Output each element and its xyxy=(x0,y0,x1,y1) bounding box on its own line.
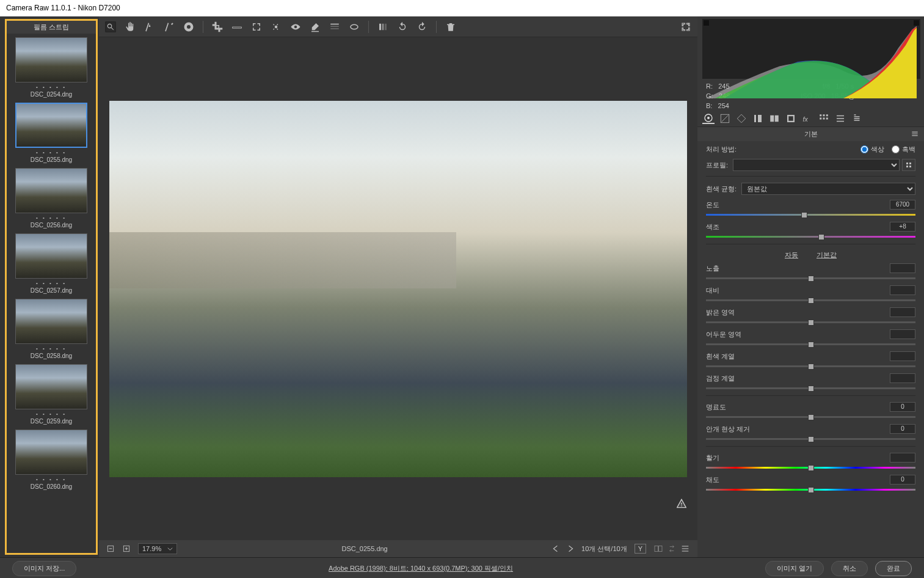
rotate-ccw-icon[interactable] xyxy=(397,21,408,32)
open-image-button[interactable]: 이미지 열기 xyxy=(765,561,824,576)
swap-icon[interactable] xyxy=(667,544,677,554)
wb-select[interactable]: 원본값 xyxy=(741,183,915,195)
highlights-value[interactable] xyxy=(890,307,915,317)
dehaze-slider[interactable] xyxy=(706,436,915,441)
slider-handle[interactable] xyxy=(808,320,814,326)
vibrance-value[interactable] xyxy=(890,453,915,463)
temp-slider[interactable] xyxy=(706,212,915,217)
slider-handle[interactable] xyxy=(808,364,814,370)
thumbnail[interactable]: • • • • • DSC_0255.dng xyxy=(7,99,96,164)
thumbnail[interactable]: • • • • • DSC_0260.dng xyxy=(7,426,96,491)
thumbnail[interactable]: • • • • • DSC_0259.dng xyxy=(7,360,96,426)
profile-browse-button[interactable] xyxy=(902,159,915,171)
thumbnail[interactable]: • • • • • DSC_0254.dng xyxy=(7,34,96,99)
slider-handle[interactable] xyxy=(808,342,814,348)
redeye-tool-icon[interactable] xyxy=(290,21,301,32)
slider-handle[interactable] xyxy=(808,298,814,304)
hand-tool-icon[interactable] xyxy=(125,21,136,32)
rating-dots[interactable]: • • • • • xyxy=(14,346,89,351)
rating-dots[interactable]: • • • • • xyxy=(14,280,89,286)
saturation-slider[interactable] xyxy=(706,487,915,492)
dehaze-value[interactable]: 0 xyxy=(890,424,915,434)
presets-tab-icon[interactable] xyxy=(834,113,846,124)
preview-y-button[interactable]: Y xyxy=(635,544,646,554)
exposure-value[interactable] xyxy=(890,263,915,273)
profile-select[interactable] xyxy=(733,159,900,171)
prev-arrow-icon[interactable] xyxy=(552,545,559,552)
contrast-value[interactable] xyxy=(890,285,915,295)
clarity-value[interactable]: 0 xyxy=(890,402,915,412)
slider-handle[interactable] xyxy=(808,386,814,392)
fx-tab-icon[interactable]: fx xyxy=(801,113,813,124)
treatment-bw-radio[interactable]: 흑백 xyxy=(892,145,915,154)
blacks-value[interactable] xyxy=(890,373,915,383)
delete-icon[interactable] xyxy=(445,21,456,32)
menu-icon[interactable] xyxy=(680,544,690,554)
color-sampler-tool-icon[interactable] xyxy=(164,21,175,32)
hsl-tab-icon[interactable] xyxy=(752,113,764,124)
vibrance-slider[interactable] xyxy=(706,465,915,470)
crop-tool-icon[interactable] xyxy=(212,21,223,32)
spot-removal-tool-icon[interactable] xyxy=(271,21,282,32)
thumbnail[interactable]: • • • • • DSC_0258.dng xyxy=(7,295,96,360)
slider-handle[interactable] xyxy=(801,212,807,218)
rating-dots[interactable]: • • • • • xyxy=(14,477,89,482)
saturation-value[interactable]: 0 xyxy=(890,475,915,485)
snapshots-tab-icon[interactable] xyxy=(851,113,863,124)
next-arrow-icon[interactable] xyxy=(567,545,574,552)
tone-curve-tab-icon[interactable] xyxy=(719,113,731,124)
compare-icon[interactable] xyxy=(653,544,663,554)
slider-handle[interactable] xyxy=(808,465,814,471)
preview-viewport[interactable] xyxy=(99,37,697,540)
lens-tab-icon[interactable] xyxy=(785,113,797,124)
temp-value[interactable]: 6700 xyxy=(890,200,915,210)
zoom-select[interactable]: 17.9% xyxy=(138,543,177,554)
basic-tab-icon[interactable] xyxy=(702,113,715,124)
rating-dots[interactable]: • • • • • xyxy=(14,411,89,417)
rotate-cw-icon[interactable] xyxy=(417,21,427,32)
tint-slider[interactable] xyxy=(706,234,915,239)
contrast-slider[interactable] xyxy=(706,298,915,302)
target-adjust-tool-icon[interactable] xyxy=(183,21,194,32)
preferences-icon[interactable] xyxy=(377,21,388,32)
highlights-slider[interactable] xyxy=(706,320,915,324)
straighten-tool-icon[interactable] xyxy=(231,21,242,32)
thumbnail[interactable]: • • • • • DSC_0256.dng xyxy=(7,164,96,230)
radial-filter-icon[interactable] xyxy=(349,21,360,32)
save-image-button[interactable]: 이미지 저장... xyxy=(12,561,76,576)
thumbnail[interactable]: • • • • • DSC_0257.dng xyxy=(7,230,96,295)
shadows-value[interactable] xyxy=(890,329,915,339)
workflow-link[interactable]: Adobe RGB (1998); 8비트; 1040 x 693(0.7MP)… xyxy=(84,564,758,573)
zoom-in-icon[interactable] xyxy=(122,544,131,553)
transform-tool-icon[interactable] xyxy=(251,21,262,32)
slider-handle[interactable] xyxy=(808,436,814,442)
cancel-button[interactable]: 취소 xyxy=(831,561,868,576)
slider-handle[interactable] xyxy=(818,234,824,240)
graduated-filter-icon[interactable] xyxy=(329,21,340,32)
warning-icon[interactable] xyxy=(677,499,686,508)
fullscreen-icon[interactable] xyxy=(680,21,691,32)
treatment-color-radio[interactable]: 색상 xyxy=(860,145,884,154)
split-tab-icon[interactable] xyxy=(768,113,780,124)
zoom-tool-icon[interactable] xyxy=(105,21,116,32)
shadows-slider[interactable] xyxy=(706,342,915,346)
detail-tab-icon[interactable] xyxy=(735,113,748,124)
calibrate-tab-icon[interactable] xyxy=(818,113,830,124)
blacks-slider[interactable] xyxy=(706,386,915,390)
rating-dots[interactable]: • • • • • xyxy=(14,215,89,221)
exposure-slider[interactable] xyxy=(706,276,915,280)
panel-menu-icon[interactable] xyxy=(911,130,919,138)
whites-value[interactable] xyxy=(890,351,915,361)
rating-dots[interactable]: • • • • • xyxy=(14,150,89,155)
tint-value[interactable]: +8 xyxy=(890,222,915,232)
rating-dots[interactable]: • • • • • xyxy=(14,84,89,90)
white-balance-tool-icon[interactable] xyxy=(144,21,155,32)
auto-link[interactable]: 자동 xyxy=(785,251,798,260)
whites-slider[interactable] xyxy=(706,364,915,368)
histogram[interactable] xyxy=(702,19,920,79)
adjustment-brush-icon[interactable] xyxy=(310,21,321,32)
default-link[interactable]: 기본값 xyxy=(817,251,837,260)
clarity-slider[interactable] xyxy=(706,414,915,419)
slider-handle[interactable] xyxy=(808,487,814,493)
zoom-out-icon[interactable] xyxy=(106,544,115,553)
